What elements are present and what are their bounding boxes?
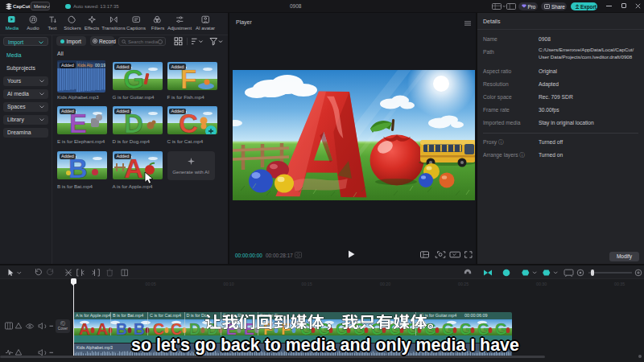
svg-text:B: B — [116, 319, 127, 335]
svg-text:B: B — [134, 319, 145, 335]
svg-text:A: A — [79, 319, 90, 335]
svg-text:C: C — [171, 319, 182, 335]
svg-text:G: G — [495, 319, 507, 335]
svg-text:G: G — [442, 319, 454, 335]
svg-text:G: G — [460, 319, 472, 335]
svg-text:D: D — [189, 319, 200, 335]
svg-text:A: A — [97, 319, 108, 335]
svg-text:G: G — [477, 319, 489, 335]
svg-text:C: C — [153, 319, 164, 335]
